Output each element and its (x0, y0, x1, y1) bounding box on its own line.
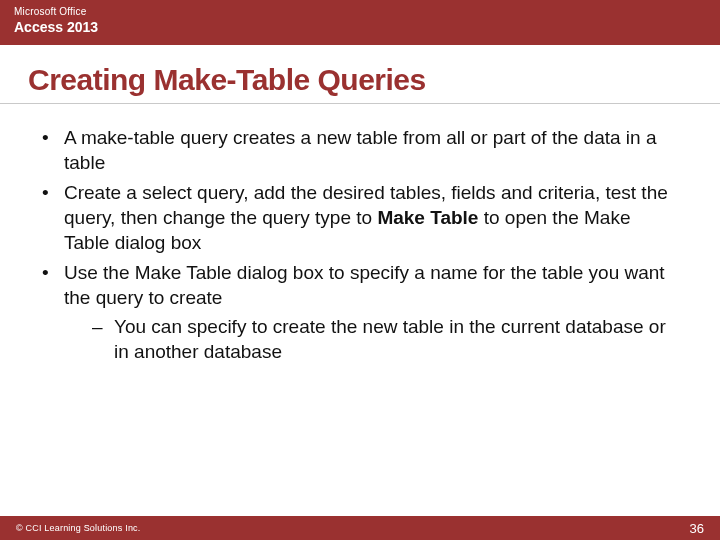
list-item: A make-table query creates a new table f… (42, 126, 678, 175)
bullet-list: A make-table query creates a new table f… (42, 126, 678, 364)
sub-bullet-list: You can specify to create the new table … (64, 315, 678, 364)
bullet-text: A make-table query creates a new table f… (64, 127, 657, 173)
brand-text: Microsoft Office (14, 6, 706, 17)
page-number: 36 (690, 521, 704, 536)
slide-body: A make-table query creates a new table f… (0, 104, 720, 516)
list-item: Use the Make Table dialog box to specify… (42, 261, 678, 364)
slide-title: Creating Make-Table Queries (28, 63, 692, 97)
product-text: Access 2013 (14, 19, 706, 35)
slide-footer: © CCI Learning Solutions Inc. 36 (0, 516, 720, 540)
bullet-text: Use the Make Table dialog box to specify… (64, 262, 665, 308)
copyright-text: © CCI Learning Solutions Inc. (16, 523, 141, 533)
sub-bullet-text: You can specify to create the new table … (114, 316, 666, 362)
bullet-bold: Make Table (377, 207, 478, 228)
title-container: Creating Make-Table Queries (0, 45, 720, 104)
slide: Microsoft Office Access 2013 Creating Ma… (0, 0, 720, 540)
slide-header: Microsoft Office Access 2013 (0, 0, 720, 45)
list-item: Create a select query, add the desired t… (42, 181, 678, 255)
list-item: You can specify to create the new table … (64, 315, 678, 364)
